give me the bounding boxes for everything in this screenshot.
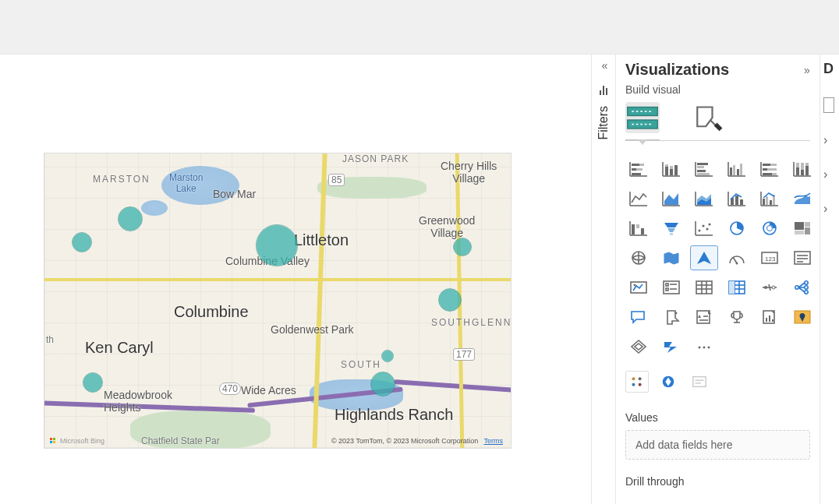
viz-ribbon-chart[interactable]: [789, 187, 816, 210]
viz-line-stacked-column[interactable]: [724, 187, 750, 210]
map-shield: 470: [219, 382, 241, 395]
filters-label: Filters: [597, 106, 611, 140]
viz-more-icon[interactable]: ⋯: [691, 335, 717, 358]
svg-rect-2: [50, 441, 52, 443]
viz-matrix[interactable]: [724, 276, 750, 299]
svg-rect-140: [769, 315, 770, 322]
map-label: JASON PARK: [342, 153, 409, 164]
viz-paginated-report[interactable]: [756, 305, 783, 329]
map-label: SOUTHGLENN: [431, 317, 512, 328]
viz-kpi[interactable]: [625, 276, 652, 299]
map-visual[interactable]: MARSTON Marston Lake Bow Mar JASON PARK …: [44, 153, 512, 449]
svg-marker-54: [664, 193, 678, 205]
svg-rect-47: [801, 163, 804, 170]
viz-treemap[interactable]: [789, 217, 816, 240]
viz-qa[interactable]: [625, 305, 652, 329]
map-bubble[interactable]: [119, 207, 142, 231]
viz-arcgis[interactable]: [789, 305, 816, 329]
collapse-viz-icon[interactable]: «: [806, 64, 810, 76]
map-label: th: [46, 334, 54, 345]
viz-power-automate[interactable]: [658, 335, 685, 358]
viz-stacked-column[interactable]: [658, 157, 685, 181]
map-label: MARSTON: [93, 174, 150, 185]
tab-build-visual[interactable]: [625, 102, 660, 133]
tab-format-visual[interactable]: [691, 102, 725, 133]
viz-100-stacked-column[interactable]: [789, 157, 816, 181]
viz-smart-narrative[interactable]: [691, 305, 717, 329]
svg-point-121: [764, 286, 767, 289]
viz-multi-row-card[interactable]: [789, 246, 816, 270]
values-dropzone[interactable]: Add data fields here: [625, 430, 810, 460]
svg-rect-45: [796, 163, 799, 167]
viz-card[interactable]: 123: [756, 246, 783, 270]
map-bubble[interactable]: [73, 233, 91, 252]
util-placeholder[interactable]: [688, 371, 711, 393]
data-pane-stub: D › › ›: [820, 55, 839, 504]
viz-line-chart[interactable]: [625, 187, 652, 210]
filters-pane-collapsed[interactable]: « Filters: [591, 55, 616, 504]
viz-line-clustered-column[interactable]: [756, 187, 783, 210]
viz-100-stacked-bar[interactable]: [756, 157, 783, 181]
viz-waterfall[interactable]: [625, 217, 652, 240]
svg-rect-87: [795, 222, 804, 230]
values-section-label: Values: [625, 411, 810, 424]
viz-funnel[interactable]: [658, 217, 685, 240]
viz-scatter[interactable]: [691, 217, 717, 240]
map-bubble[interactable]: [439, 289, 461, 311]
drill-through-label: Drill through: [625, 475, 810, 488]
svg-point-86: [767, 226, 773, 231]
svg-marker-133: [698, 315, 701, 318]
map-bubble[interactable]: [83, 373, 102, 392]
viz-map[interactable]: [625, 246, 652, 270]
svg-point-82: [706, 227, 708, 230]
chevron-right-icon[interactable]: ›: [823, 202, 827, 216]
svg-rect-139: [766, 318, 767, 322]
viz-pie[interactable]: [724, 217, 750, 240]
stub-box-icon[interactable]: [823, 97, 834, 113]
map-terms-link[interactable]: Terms: [484, 437, 504, 445]
map-label: Wide Acres: [241, 384, 296, 397]
viz-table[interactable]: [691, 276, 717, 299]
svg-point-122: [772, 286, 775, 289]
viz-filled-map[interactable]: [658, 246, 685, 270]
svg-rect-77: [670, 233, 673, 235]
viz-clustered-bar[interactable]: [691, 157, 717, 181]
viz-donut[interactable]: [756, 217, 783, 240]
visualizations-pane: Visualizations « Build visual: [616, 55, 820, 504]
svg-rect-119: [729, 281, 735, 294]
map-bubble[interactable]: [454, 238, 471, 256]
map-label: Cherry Hills Village: [441, 160, 497, 185]
viz-power-apps[interactable]: [625, 335, 652, 358]
viz-stacked-area[interactable]: [691, 187, 717, 210]
map-label: Columbine: [174, 303, 249, 321]
svg-rect-21: [674, 165, 678, 175]
map-bubble[interactable]: [257, 225, 297, 266]
viz-azure-map[interactable]: [691, 246, 717, 270]
viz-decomposition-tree[interactable]: [789, 276, 816, 299]
svg-rect-151: [693, 377, 706, 387]
viz-r-visual[interactable]: [756, 276, 783, 299]
viz-slicer[interactable]: [658, 276, 685, 299]
svg-rect-41: [772, 173, 777, 175]
util-pin-visual[interactable]: [657, 371, 680, 393]
svg-marker-144: [635, 344, 643, 350]
viz-subtitle: Build visual: [625, 83, 810, 96]
chevron-right-icon[interactable]: ›: [823, 167, 827, 182]
svg-line-130: [798, 287, 805, 292]
map-bubble[interactable]: [371, 372, 395, 396]
svg-rect-90: [795, 231, 804, 234]
svg-point-127: [805, 291, 808, 294]
viz-key-influencers[interactable]: [724, 305, 750, 329]
report-canvas[interactable]: MARSTON Marston Lake Bow Mar JASON PARK …: [0, 55, 591, 504]
collapse-icon[interactable]: «: [602, 59, 606, 72]
viz-gauge[interactable]: [724, 246, 750, 270]
svg-rect-31: [733, 165, 735, 175]
util-get-more-visuals[interactable]: [625, 371, 649, 393]
chevron-right-icon[interactable]: ›: [823, 133, 827, 147]
filter-bars-icon: [600, 84, 607, 95]
map-bubble[interactable]: [382, 351, 393, 361]
viz-stacked-bar[interactable]: [625, 157, 652, 181]
viz-python[interactable]: [658, 305, 685, 329]
viz-area-chart[interactable]: [658, 187, 685, 210]
viz-clustered-column[interactable]: [724, 157, 750, 181]
